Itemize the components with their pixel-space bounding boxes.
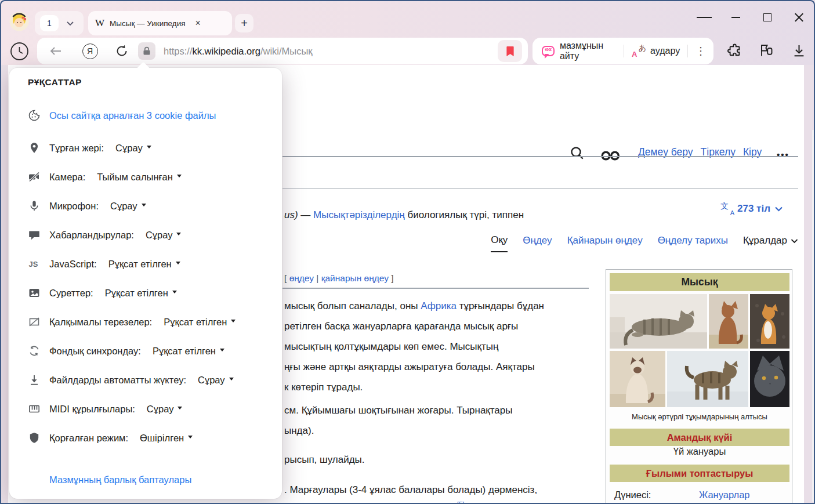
article-link[interactable]: қайнарын өңдеу xyxy=(321,273,389,283)
permission-value-dropdown[interactable]: Сұрау xyxy=(198,375,234,386)
article-line: см. Құйымшағы шоқтығынан жоғары. Тырнақт… xyxy=(284,404,513,417)
text-fragment: к көтеріп тұрады. xyxy=(284,382,363,393)
tab-counter[interactable]: 1 xyxy=(35,11,84,35)
tab-label: Өңделу тарихы xyxy=(658,235,728,246)
permission-row[interactable]: Камера:Тыйым салынған xyxy=(28,169,182,184)
yandex-search-icon[interactable]: Я xyxy=(74,43,106,59)
collections-icon[interactable] xyxy=(759,43,774,59)
permission-value-dropdown[interactable]: Сұрау xyxy=(110,201,146,212)
minimize-icon[interactable] xyxy=(728,10,743,25)
permission-value-dropdown[interactable]: Сұрау xyxy=(115,143,151,154)
downloads-icon[interactable] xyxy=(791,43,807,59)
browser-menu-icon[interactable] xyxy=(697,10,712,25)
permission-value-dropdown[interactable]: Сұрау xyxy=(146,230,182,241)
bookmark-button[interactable] xyxy=(498,40,522,62)
tab-label: Құралдар xyxy=(743,235,787,246)
article-line: мысықтың қолтұқымдары көп емес. Мысықтың xyxy=(284,340,498,353)
read-aloud-button[interactable]: «« мазмұнын айту xyxy=(533,41,624,61)
article-link[interactable]: Африка xyxy=(421,300,457,311)
page-actions-pill: «« мазмұнын айту あA аудару ⋮ xyxy=(533,38,713,64)
extensions-icon[interactable] xyxy=(727,43,742,59)
tab-оқу[interactable]: Оқу xyxy=(491,234,508,252)
translate-button[interactable]: あA аудару xyxy=(624,45,687,57)
permission-label: Суреттер: xyxy=(49,288,93,299)
article-line: . Марғаулары (3-4 ұялас балалары болады)… xyxy=(284,484,537,496)
tab-count-badge: 1 xyxy=(40,15,59,31)
permission-value-dropdown[interactable]: Рұқсат етілген xyxy=(153,346,224,357)
page-scrollbar[interactable] xyxy=(812,130,815,502)
close-tab-icon[interactable]: × xyxy=(195,18,201,28)
profile-avatar[interactable] xyxy=(9,12,29,31)
permission-value-dropdown[interactable]: Өшірілген xyxy=(140,433,193,444)
abyssinian-cat-photo[interactable] xyxy=(709,294,748,349)
article-link[interactable]: өңдеу xyxy=(289,273,314,283)
permission-value-dropdown[interactable]: Рұқсат етілген xyxy=(164,317,236,328)
language-icon: 文А xyxy=(720,203,733,215)
article-link[interactable]: Мысықтәрізділердің xyxy=(313,209,405,220)
reload-icon[interactable] xyxy=(106,44,138,58)
wikipedia-favicon: W xyxy=(95,17,104,29)
article-line: ңғы және артқы аяқтарды ажыратуға болады… xyxy=(284,361,535,374)
permission-row[interactable]: Хабарландырулар:Сұрау xyxy=(28,227,181,242)
new-tab-button[interactable]: + xyxy=(235,14,253,32)
article-line: мысық болып саналады, оны Африка тұрғынд… xyxy=(284,300,544,313)
article-tabs: ОқуӨңдеуҚайнарын өңдеуӨңделу тарихыҚұрал… xyxy=(291,234,798,252)
tabby-cat-snow-photo[interactable] xyxy=(667,351,748,407)
permission-row[interactable]: MIDI құрылғылары:Сұрау xyxy=(28,401,182,416)
permission-row[interactable]: Фондық синхрондау:Рұқсат етілген xyxy=(28,343,224,358)
siamese-cat-photo[interactable] xyxy=(610,351,665,407)
ginger-white-cat-photo[interactable] xyxy=(750,294,789,349)
permission-row[interactable]: Қалқымалы терезелер:Рұқсат етілген xyxy=(28,314,236,329)
gray-cat-photo[interactable] xyxy=(750,351,789,407)
translate-icon: あA xyxy=(632,45,646,57)
maximize-icon[interactable] xyxy=(760,10,775,25)
site-permissions-lock-icon[interactable] xyxy=(138,42,155,60)
popup-title: РҰҚСАТТАР xyxy=(28,77,82,88)
svg-text:JS: JS xyxy=(29,260,38,269)
language-selector-button[interactable]: 文А 273 тіл xyxy=(720,203,783,215)
translate-label: аудару xyxy=(650,46,680,56)
taxonomy-value-link[interactable]: Жануарлар xyxy=(699,490,750,501)
microphone-icon xyxy=(28,200,41,212)
more-actions-icon[interactable]: ⋮ xyxy=(688,45,713,57)
permission-value-dropdown[interactable]: Рұқсат етілген xyxy=(108,259,180,270)
tab-өңдеу[interactable]: Өңдеу xyxy=(523,234,552,252)
address-bar[interactable]: Я https://kk.wikipedia.org/wiki/Мысық xyxy=(37,38,528,64)
url-text[interactable]: https://kk.wikipedia.org/wiki/Мысық xyxy=(164,46,313,57)
history-icon[interactable] xyxy=(8,40,30,62)
permission-row[interactable]: JSJavaScript:Рұқсат етілген xyxy=(28,256,180,271)
tab-өңделу тарихы[interactable]: Өңделу тарихы xyxy=(658,234,728,252)
search-icon[interactable] xyxy=(570,146,585,161)
tabby-cat-lying-photo[interactable] xyxy=(610,294,707,349)
content-settings-row: Мазмұнның барлық баптаулары xyxy=(49,472,191,487)
close-window-icon[interactable] xyxy=(791,10,806,25)
permission-row[interactable]: Тұрған жері:Сұрау xyxy=(28,140,151,155)
browser-tab[interactable]: W Мысық — Уикипедия × xyxy=(88,11,232,35)
infobox-title: Мысық xyxy=(610,273,789,291)
more-options-icon[interactable]: ••• xyxy=(777,150,789,159)
text-fragment: ] xyxy=(389,273,394,283)
all-content-settings-link[interactable]: Мазмұнның барлық баптаулары xyxy=(49,474,191,485)
permission-value-dropdown[interactable]: Тыйым салынған xyxy=(97,172,182,183)
permission-row[interactable]: Суреттер:Рұқсат етілген xyxy=(28,285,177,300)
permission-row[interactable]: Микрофон:Сұрау xyxy=(28,198,146,213)
permission-value-dropdown[interactable]: Рұқсат етілген xyxy=(105,288,177,299)
cookies-link[interactable]: Осы сайтқа арналған 3 cookie файлы xyxy=(49,110,216,121)
text-fragment: ңғы және артқы аяқтарды ажыратуға болады… xyxy=(284,361,535,372)
permission-row[interactable]: Қорғалған режим:Өшірілген xyxy=(28,430,193,445)
back-icon[interactable] xyxy=(37,46,74,56)
photo-row xyxy=(610,351,789,407)
permission-label: JavaScript: xyxy=(49,259,97,270)
text-fragment: биологиялық түрі, типпен xyxy=(405,209,524,220)
section-divider xyxy=(282,288,589,289)
permission-value-dropdown[interactable]: Сұрау xyxy=(147,404,183,415)
article-line: [ өңдеу | қайнарын өңдеу ] xyxy=(284,272,394,285)
cookie-icon xyxy=(28,109,41,122)
location-icon xyxy=(28,142,41,154)
tab-қайнарын өңдеу[interactable]: Қайнарын өңдеу xyxy=(567,234,643,252)
tab-title: Мысық — Уикипедия xyxy=(110,19,186,28)
tab-құралдар[interactable]: Құралдар xyxy=(743,234,798,252)
text-fragment: тұрғындары бұдан xyxy=(457,300,544,311)
article-link[interactable]: [5] xyxy=(457,501,464,504)
permission-row[interactable]: Файлдарды автоматты жүктеу:Сұрау xyxy=(28,372,234,387)
